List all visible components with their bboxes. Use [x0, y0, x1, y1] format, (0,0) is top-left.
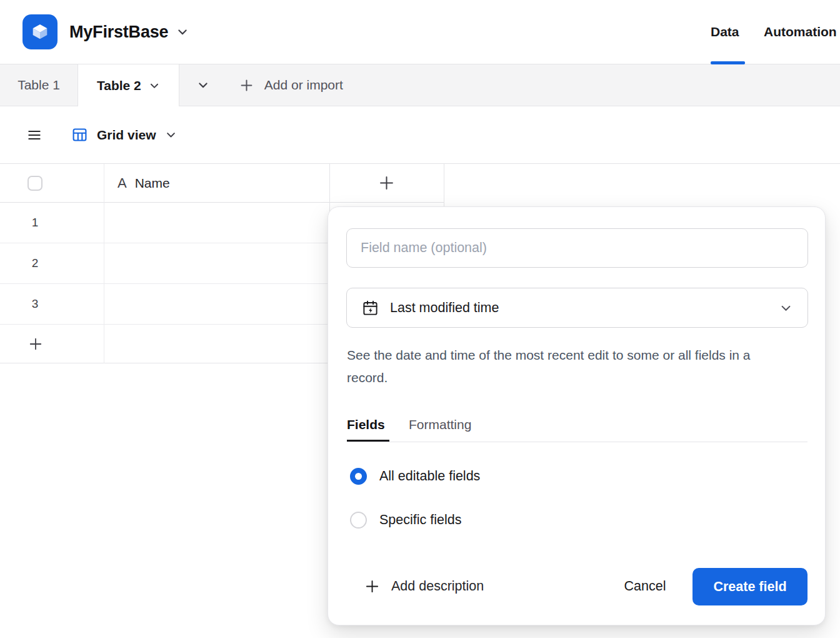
row-number: 3 [28, 297, 42, 311]
app-logo[interactable] [22, 14, 58, 49]
nav-tab-automation[interactable]: Automation [764, 0, 837, 64]
grid-view-button[interactable]: Grid view [71, 126, 177, 143]
view-name: Grid view [97, 128, 156, 143]
grid-header-row: A Name [0, 164, 444, 203]
add-description-button[interactable]: Add description [365, 575, 484, 597]
grid-divider [444, 164, 444, 206]
view-chevron-down-icon [165, 129, 177, 141]
select-all-checkbox[interactable] [28, 176, 42, 191]
tabs-divider [347, 442, 808, 442]
field-type-select[interactable]: Last modified time [346, 288, 808, 328]
table-row[interactable]: 3 [0, 284, 329, 325]
base-name[interactable]: MyFirstBase [69, 23, 168, 42]
add-field-button[interactable] [329, 164, 444, 202]
field-type-label: Last modified time [390, 300, 499, 316]
add-or-import-button[interactable]: Add or import [239, 64, 343, 106]
radio-selected-icon [350, 468, 367, 485]
name-column-label: Name [135, 176, 170, 191]
table-tab-2-label: Table 2 [97, 78, 141, 93]
table-row[interactable]: 1 [0, 203, 329, 243]
cancel-button[interactable]: Cancel [611, 571, 679, 601]
app-window: MyFirstBase Data Automation Table 1 Tabl… [0, 0, 840, 638]
plus-icon [365, 579, 379, 594]
plus-icon [379, 175, 394, 191]
table-tab-2[interactable]: Table 2 [78, 64, 179, 106]
table-tab-1[interactable]: Table 1 [0, 64, 78, 106]
radio-unselected-icon [350, 512, 367, 529]
row-number: 2 [28, 256, 42, 270]
table-list-button[interactable] [179, 64, 227, 106]
plus-icon [29, 337, 42, 351]
radio-label: Specific fields [379, 512, 461, 528]
app-header: MyFirstBase Data Automation [0, 0, 840, 64]
chevron-down-icon [197, 79, 209, 91]
grid-divider [104, 164, 104, 363]
add-description-label: Add description [391, 579, 484, 594]
radio-specific-fields[interactable]: Specific fields [350, 509, 461, 531]
table-row[interactable]: 2 [0, 243, 329, 284]
field-editor-popover: Last modified time See the date and time… [328, 206, 826, 625]
name-column-header[interactable]: A Name [104, 164, 329, 202]
grid-view-icon [71, 126, 88, 143]
last-modified-time-icon [362, 300, 379, 316]
nav-tab-data[interactable]: Data [711, 0, 739, 64]
radio-all-editable-fields[interactable]: All editable fields [350, 465, 480, 487]
tab-fields[interactable]: Fields [347, 417, 385, 432]
base-chevron-down-icon[interactable] [176, 26, 189, 38]
create-field-button[interactable]: Create field [692, 568, 808, 605]
text-field-icon: A [118, 175, 127, 191]
select-chevron-down-icon [779, 301, 792, 315]
field-type-description: See the date and time of the most recent… [347, 344, 781, 389]
hamburger-icon [26, 127, 42, 143]
table-tab-2-chevron-icon[interactable] [149, 80, 160, 91]
row-header-cell [0, 164, 104, 202]
logo-cube-icon [29, 21, 51, 43]
views-menu-button[interactable] [26, 127, 42, 143]
add-or-import-label: Add or import [264, 78, 343, 93]
view-toolbar: Grid view [0, 106, 840, 164]
add-row-button[interactable] [0, 325, 329, 363]
plus-icon [239, 78, 254, 93]
tab-formatting[interactable]: Formatting [409, 417, 471, 432]
row-number: 1 [28, 216, 42, 230]
field-name-input[interactable] [346, 228, 808, 268]
table-tabs-bar: Table 1 Table 2 Add or import [0, 64, 840, 106]
radio-label: All editable fields [379, 468, 480, 484]
